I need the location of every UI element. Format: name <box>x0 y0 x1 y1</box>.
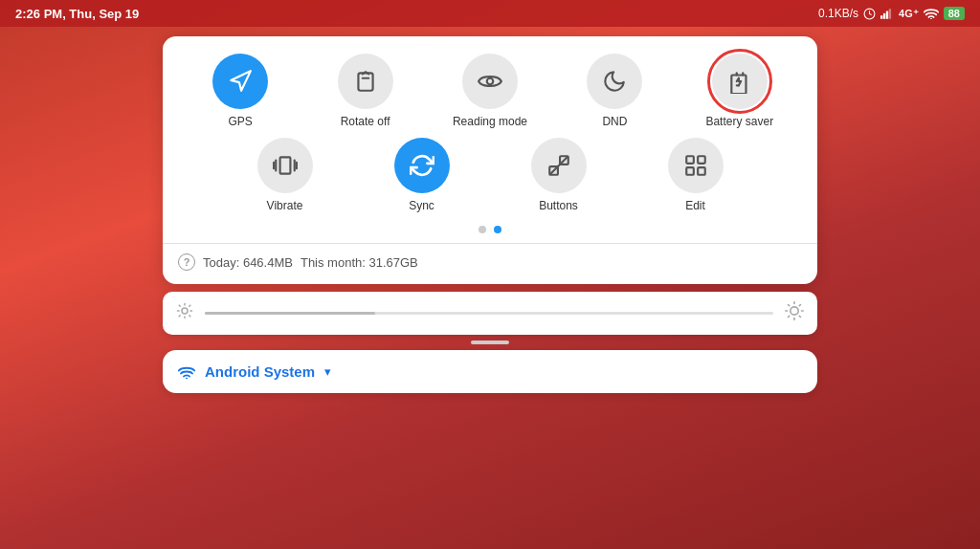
tile-sync[interactable]: Sync <box>353 138 490 212</box>
data-today: Today: 646.4MB <box>203 255 293 270</box>
svg-rect-28 <box>686 167 694 175</box>
clock-icon <box>863 8 876 20</box>
wifi-icon-android <box>178 365 195 379</box>
dot-1[interactable] <box>479 226 486 233</box>
tile-rotate-label: Rotate off <box>341 115 390 128</box>
svg-rect-3 <box>886 11 888 18</box>
quick-settings-panel: GPS Rotate off Reading mode <box>163 36 817 284</box>
tile-gps[interactable]: GPS <box>178 54 302 128</box>
tile-vibrate[interactable]: Vibrate <box>216 138 353 212</box>
tile-dnd-icon <box>587 54 642 109</box>
signal-icon <box>880 8 894 20</box>
scroll-handle <box>471 340 509 344</box>
pagination-dots <box>178 226 802 233</box>
tile-buttons-label: Buttons <box>539 199 578 212</box>
tile-grid-row1: GPS Rotate off Reading mode <box>178 54 802 128</box>
brightness-high-icon <box>785 301 804 325</box>
help-icon[interactable]: ? <box>178 253 195 271</box>
brightness-fill <box>205 312 375 315</box>
tile-rotate-off[interactable]: Rotate off <box>302 54 427 128</box>
svg-point-5 <box>930 18 932 19</box>
status-right: 0.1KB/s 4G⁺ 88 <box>818 7 965 20</box>
svg-rect-7 <box>358 73 372 90</box>
network-type: 4G⁺ <box>899 8 919 20</box>
tile-battery-icon <box>712 54 768 109</box>
svg-line-34 <box>189 316 190 317</box>
svg-rect-26 <box>686 156 694 164</box>
tile-sync-icon <box>394 138 450 193</box>
svg-rect-4 <box>889 9 891 19</box>
data-usage-row: ? Today: 646.4MB This month: 31.67GB <box>178 253 802 271</box>
brightness-bar <box>163 292 817 335</box>
tile-buttons-icon <box>531 138 587 193</box>
dot-2[interactable] <box>494 226 501 233</box>
tile-vibrate-icon <box>257 138 313 193</box>
wifi-icon <box>924 8 939 19</box>
status-time: 2:26 PM, Thu, Sep 19 <box>15 7 139 21</box>
svg-rect-27 <box>698 156 705 164</box>
tile-reading-mode[interactable]: Reading mode <box>428 54 552 128</box>
tile-battery-saver[interactable]: Battery saver <box>678 54 802 128</box>
tile-rotate-icon <box>338 54 393 109</box>
svg-line-37 <box>179 316 180 317</box>
tile-edit[interactable]: Edit <box>627 138 764 212</box>
svg-point-9 <box>487 78 494 85</box>
android-system-label: Android System <box>205 363 315 380</box>
svg-marker-6 <box>231 71 251 91</box>
tile-reading-icon <box>462 54 518 109</box>
brightness-track[interactable] <box>205 312 773 315</box>
speed-indicator: 0.1KB/s <box>818 7 858 20</box>
chevron-down-icon: ▾ <box>324 364 331 379</box>
tile-gps-icon <box>212 54 268 109</box>
svg-line-46 <box>789 316 790 317</box>
tile-sync-label: Sync <box>409 199 434 212</box>
svg-line-33 <box>179 305 180 306</box>
svg-point-39 <box>791 307 798 315</box>
svg-line-47 <box>799 305 800 306</box>
svg-line-42 <box>789 305 790 306</box>
svg-rect-1 <box>880 15 882 19</box>
svg-rect-2 <box>883 12 885 18</box>
battery-badge: 88 <box>944 7 965 20</box>
tile-edit-icon <box>668 138 724 193</box>
svg-line-38 <box>189 305 190 306</box>
tile-edit-label: Edit <box>685 199 705 212</box>
status-bar: 2:26 PM, Thu, Sep 19 0.1KB/s 4G⁺ 88 <box>0 0 980 27</box>
svg-point-48 <box>186 377 188 378</box>
tile-battery-label: Battery saver <box>705 115 773 128</box>
svg-line-43 <box>799 316 800 317</box>
tile-dnd-label: DND <box>602 115 627 128</box>
svg-point-30 <box>182 308 188 314</box>
tile-dnd[interactable]: DND <box>552 54 677 128</box>
brightness-low-icon <box>176 302 193 324</box>
tile-reading-label: Reading mode <box>453 115 527 128</box>
panel-divider <box>163 243 817 244</box>
svg-rect-18 <box>279 157 290 173</box>
tile-buttons[interactable]: Buttons <box>490 138 627 212</box>
tile-grid-row2: Vibrate Sync Butt <box>178 138 802 212</box>
tile-vibrate-label: Vibrate <box>267 199 303 212</box>
svg-rect-29 <box>698 167 705 175</box>
android-system-panel[interactable]: Android System ▾ <box>163 350 817 393</box>
data-month: This month: 31.67GB <box>301 255 418 270</box>
tile-gps-label: GPS <box>229 115 253 128</box>
